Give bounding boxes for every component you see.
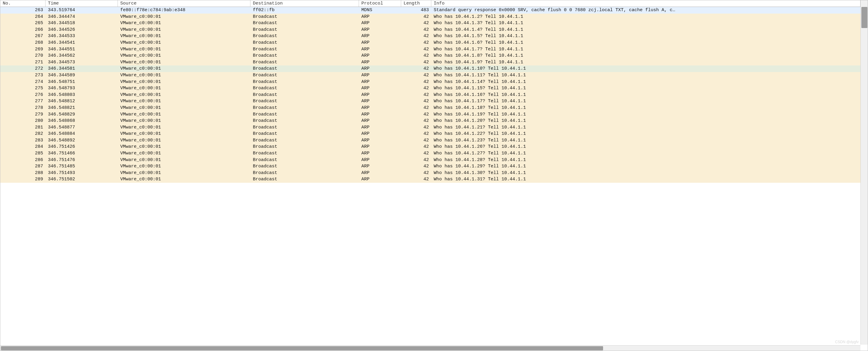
cell-destination: Broadcast — [250, 20, 359, 27]
cell-no: 286 — [0, 157, 45, 164]
cell-time: 346.548892 — [45, 137, 118, 144]
cell-length: 42 — [401, 46, 431, 53]
packet-row[interactable]: 267346.344533VMware_c0:00:01BroadcastARP… — [0, 33, 861, 39]
cell-source: VMware_c0:00:01 — [118, 98, 250, 105]
cell-no: 275 — [0, 85, 45, 92]
packet-row[interactable]: 264346.344474VMware_c0:00:01BroadcastARP… — [0, 13, 861, 20]
packet-row[interactable]: 281346.548877VMware_c0:00:01BroadcastARP… — [0, 124, 861, 131]
cell-info: Who has 10.44.1.8? Tell 10.44.1.1 — [431, 53, 861, 59]
cell-length: 42 — [401, 105, 431, 111]
cell-length: 42 — [401, 92, 431, 98]
cell-length: 42 — [401, 137, 431, 144]
cell-info: Who has 10.44.1.2? Tell 10.44.1.1 — [431, 13, 861, 20]
col-header-length[interactable]: Length — [401, 0, 431, 7]
cell-destination: Broadcast — [250, 130, 359, 137]
cell-info: Who has 10.44.1.10? Tell 10.44.1.1 — [431, 65, 861, 72]
cell-time: 346.548884 — [45, 130, 118, 137]
packet-row[interactable]: 285346.751466VMware_c0:00:01BroadcastARP… — [0, 150, 861, 157]
packet-row[interactable]: 288346.751493VMware_c0:00:01BroadcastARP… — [0, 170, 861, 176]
cell-length: 42 — [401, 85, 431, 92]
cell-protocol: ARP — [359, 111, 401, 118]
col-header-destination[interactable]: Destination — [250, 0, 359, 7]
cell-no: 264 — [0, 13, 45, 20]
col-header-protocol[interactable]: Protocol — [359, 0, 401, 7]
cell-info: Who has 10.44.1.28? Tell 10.44.1.1 — [431, 157, 861, 164]
cell-length: 42 — [401, 20, 431, 27]
packet-row[interactable]: 287346.751485VMware_c0:00:01BroadcastARP… — [0, 163, 861, 170]
cell-destination: Broadcast — [250, 46, 359, 53]
cell-source: fe80::f78e:c784:9ab:e348 — [118, 7, 250, 13]
cell-source: VMware_c0:00:01 — [118, 92, 250, 98]
cell-protocol: ARP — [359, 176, 401, 183]
packet-row[interactable]: 282346.548884VMware_c0:00:01BroadcastARP… — [0, 130, 861, 137]
cell-info: Standard query response 0x0000 SRV, cach… — [431, 7, 861, 13]
packet-row[interactable]: 272346.344581VMware_c0:00:01BroadcastARP… — [0, 65, 861, 72]
cell-no: 285 — [0, 150, 45, 157]
packet-row[interactable]: 266346.344526VMware_c0:00:01BroadcastARP… — [0, 27, 861, 33]
cell-protocol: ARP — [359, 59, 401, 66]
cell-length: 42 — [401, 72, 431, 79]
cell-no: 279 — [0, 111, 45, 118]
cell-no: 271 — [0, 59, 45, 66]
cell-source: VMware_c0:00:01 — [118, 46, 250, 53]
cell-source: VMware_c0:00:01 — [118, 157, 250, 164]
cell-destination: Broadcast — [250, 157, 359, 164]
packet-row[interactable]: 271346.344573VMware_c0:00:01BroadcastARP… — [0, 59, 861, 66]
packet-row[interactable]: 275346.548793VMware_c0:00:01BroadcastARP… — [0, 85, 861, 92]
cell-length: 42 — [401, 124, 431, 131]
cell-time: 346.344533 — [45, 33, 118, 39]
packet-row[interactable]: 274346.548751VMware_c0:00:01BroadcastARP… — [0, 79, 861, 85]
horizontal-scrollbar[interactable] — [0, 345, 861, 351]
cell-length: 42 — [401, 176, 431, 183]
packet-row[interactable]: 269346.344551VMware_c0:00:01BroadcastARP… — [0, 46, 861, 53]
cell-source: VMware_c0:00:01 — [118, 137, 250, 144]
cell-destination: Broadcast — [250, 92, 359, 98]
packet-row[interactable]: 278346.548821VMware_c0:00:01BroadcastARP… — [0, 105, 861, 111]
cell-source: VMware_c0:00:01 — [118, 53, 250, 59]
cell-info: Who has 10.44.1.17? Tell 10.44.1.1 — [431, 98, 861, 105]
cell-info: Who has 10.44.1.11? Tell 10.44.1.1 — [431, 72, 861, 79]
col-header-info[interactable]: Info — [431, 0, 861, 7]
cell-no: 288 — [0, 170, 45, 176]
cell-time: 346.344526 — [45, 27, 118, 33]
cell-time: 346.751502 — [45, 176, 118, 183]
packet-row[interactable]: 279346.548829VMware_c0:00:01BroadcastARP… — [0, 111, 861, 118]
cell-length: 42 — [401, 130, 431, 137]
packet-row[interactable]: 289346.751502VMware_c0:00:01BroadcastARP… — [0, 176, 861, 183]
cell-time: 346.548803 — [45, 92, 118, 98]
packet-row[interactable]: 273346.344589VMware_c0:00:01BroadcastARP… — [0, 72, 861, 79]
vertical-scroll-thumb[interactable] — [861, 7, 867, 28]
col-header-time[interactable]: Time — [45, 0, 118, 7]
cell-destination: Broadcast — [250, 13, 359, 20]
horizontal-scroll-thumb[interactable] — [1, 346, 603, 350]
cell-length: 42 — [401, 27, 431, 33]
packet-row[interactable]: 268346.344541VMware_c0:00:01BroadcastARP… — [0, 39, 861, 46]
cell-source: VMware_c0:00:01 — [118, 72, 250, 79]
packet-row[interactable]: 265346.344518VMware_c0:00:01BroadcastARP… — [0, 20, 861, 27]
packet-row[interactable]: 284346.751426VMware_c0:00:01BroadcastARP… — [0, 144, 861, 150]
cell-time: 346.344541 — [45, 39, 118, 46]
packet-row[interactable]: 276346.548803VMware_c0:00:01BroadcastARP… — [0, 92, 861, 98]
col-header-no[interactable]: No. — [0, 0, 45, 7]
packet-list-pane: No. Time Source Destination Protocol Len… — [0, 0, 868, 351]
packet-row[interactable]: 286346.751476VMware_c0:00:01BroadcastARP… — [0, 157, 861, 164]
cell-protocol: ARP — [359, 157, 401, 164]
cell-time: 346.548821 — [45, 105, 118, 111]
packet-row[interactable]: 277346.548812VMware_c0:00:01BroadcastARP… — [0, 98, 861, 105]
cell-destination: Broadcast — [250, 150, 359, 157]
cell-info: Who has 10.44.1.20? Tell 10.44.1.1 — [431, 118, 861, 124]
packet-row[interactable]: 270346.344562VMware_c0:00:01BroadcastARP… — [0, 53, 861, 59]
cell-length: 42 — [401, 65, 431, 72]
cell-protocol: ARP — [359, 72, 401, 79]
cell-destination: Broadcast — [250, 39, 359, 46]
vertical-scrollbar[interactable] — [861, 0, 868, 345]
packet-row[interactable]: 280346.548868VMware_c0:00:01BroadcastARP… — [0, 118, 861, 124]
packet-row[interactable]: 283346.548892VMware_c0:00:01BroadcastARP… — [0, 137, 861, 144]
cell-time: 343.519764 — [45, 7, 118, 13]
packet-row[interactable]: 263343.519764fe80::f78e:c784:9ab:e348ff0… — [0, 7, 861, 13]
cell-no: 267 — [0, 33, 45, 39]
cell-info: Who has 10.44.1.9? Tell 10.44.1.1 — [431, 59, 861, 66]
cell-info: Who has 10.44.1.6? Tell 10.44.1.1 — [431, 39, 861, 46]
col-header-source[interactable]: Source — [118, 0, 250, 7]
cell-protocol: ARP — [359, 124, 401, 131]
